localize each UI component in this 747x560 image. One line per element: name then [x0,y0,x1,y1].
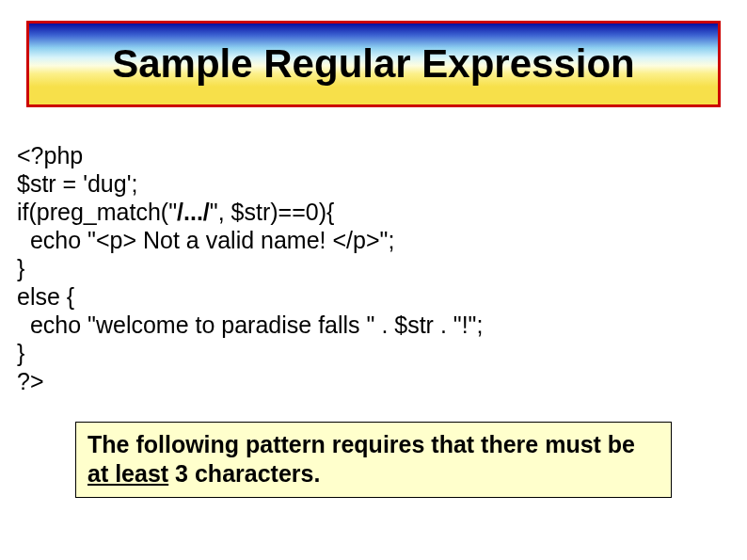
code-line-5: } [17,255,24,281]
code-regex: /.../ [177,199,210,225]
code-line-2: $str = 'dug'; [17,170,137,197]
caption-pre: The following pattern requires that ther… [87,431,635,457]
code-line-1: <?php [17,142,83,168]
code-line-8: } [17,340,24,366]
code-line-9: ?> [17,368,44,394]
code-line-4: echo "<p> Not a valid name! </p>"; [17,227,394,253]
caption-text: The following pattern requires that ther… [87,430,660,489]
caption-box: The following pattern requires that ther… [75,422,672,498]
slide-title: Sample Regular Expression [112,41,635,87]
code-line-6: else { [17,283,74,310]
title-box: Sample Regular Expression [26,21,721,107]
code-line-7: echo "welcome to paradise falls " . $str… [17,312,483,338]
caption-post: 3 characters. [168,460,320,487]
code-sample: <?php $str = 'dug'; if(preg_match("/.../… [17,141,483,395]
code-line-3a: if(preg_match(" [17,199,177,225]
caption-underline: at least [87,460,168,487]
code-line-3c: ", $str)==0){ [210,199,335,225]
